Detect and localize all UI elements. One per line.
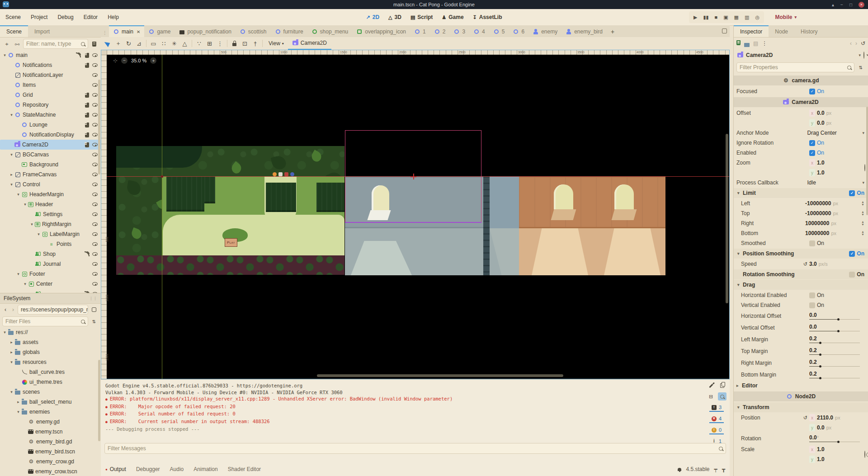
expander-icon[interactable]: ▾ (9, 390, 14, 394)
menu-help[interactable]: Help (108, 14, 119, 20)
zoom-out-button[interactable]: − (121, 57, 127, 64)
scene-node-labelmargin[interactable]: ▾ LabelMargin (0, 229, 101, 239)
resource-options-icon[interactable]: ⋮ (762, 40, 767, 47)
script-icon[interactable] (84, 132, 90, 138)
renderer-select[interactable]: Mobile ▾ (775, 9, 797, 25)
slider[interactable] (809, 354, 860, 355)
tool-group[interactable]: ⊡ (240, 38, 250, 48)
script-icon[interactable] (84, 92, 90, 98)
menu-project[interactable]: Project (31, 14, 47, 20)
expander-icon[interactable]: ▾ (15, 272, 21, 276)
scene-node-shop[interactable]: Shop (0, 249, 101, 259)
fs-entry-assets[interactable]: ▸ assets (0, 337, 101, 347)
slider[interactable] (809, 377, 860, 379)
inspector-tab-node[interactable]: Node (769, 25, 794, 37)
inspector-filter-input[interactable]: Filter Properties (736, 62, 854, 72)
visibility-eye-icon[interactable] (92, 212, 98, 216)
tool-smart-snap[interactable]: ∵ (194, 38, 204, 48)
visibility-eye-icon[interactable] (92, 282, 98, 286)
notification-bell-icon[interactable] (678, 468, 681, 471)
checkbox[interactable]: ✓ (809, 140, 815, 146)
filter-alert-badge[interactable]: ! 3 (709, 404, 724, 412)
tool-select[interactable] (103, 38, 113, 48)
revert-icon[interactable]: ↺ (803, 415, 807, 421)
scene-node-notifications[interactable]: Notifications (0, 60, 101, 70)
script-icon[interactable] (84, 102, 90, 108)
spin-stepper[interactable]: ▲▼ (861, 201, 864, 206)
scene-tree-scrollbar[interactable] (98, 80, 100, 174)
fs-entry-enemy.tscn[interactable]: enemy.tscn (0, 427, 101, 437)
expander-icon[interactable]: ▾ (22, 282, 28, 286)
fs-entry-scenes[interactable]: ▾ scenes (0, 387, 101, 397)
visibility-eye-icon[interactable] (92, 183, 98, 186)
scene-node-center[interactable]: ▾ Center (0, 279, 101, 289)
fs-entry-globals[interactable]: ▸ globals (0, 347, 101, 357)
scene-tab-6[interactable]: 6 (509, 25, 528, 37)
filter-warning-badge[interactable]: ! 0 (709, 426, 724, 434)
fs-entry-enemies[interactable]: ▾ enemies (0, 407, 101, 417)
scene-tab-scottish[interactable]: scottish (236, 25, 271, 37)
revert-icon[interactable]: ↺ (803, 261, 807, 267)
scene-dock-tab-import[interactable]: Import (28, 25, 56, 37)
stop-button[interactable]: ■ (715, 14, 718, 20)
menu-editor[interactable]: Editor (84, 14, 98, 20)
script-icon[interactable] (84, 122, 90, 128)
profiler-button[interactable]: ◎ (755, 14, 760, 20)
workspace-3d[interactable]: △3D (388, 14, 401, 20)
visibility-eye-icon[interactable] (92, 262, 98, 266)
scene-node-bgcanvas[interactable]: ▾ BGCanvas (0, 150, 101, 160)
fs-entry-enemy_bird.gd[interactable]: ⚙ enemy_bird.gd (0, 437, 101, 447)
expander-icon[interactable]: ▾ (9, 182, 14, 187)
checkbox[interactable] (809, 292, 815, 298)
property-limit[interactable]: ▾Limit✓On (734, 188, 868, 198)
bottom-tab-debugger[interactable]: Debugger (136, 466, 160, 472)
signal-icon[interactable] (84, 291, 90, 293)
checkbox[interactable] (809, 240, 815, 246)
scene-tab-popup_notification[interactable]: popup_notification (175, 25, 235, 37)
save-resource-icon[interactable]: ▤ (753, 40, 758, 47)
pause-button[interactable]: ▮▮ (703, 14, 708, 20)
context-node-camera2d[interactable]: Camera2D (288, 37, 331, 50)
new-resource-icon[interactable] (736, 40, 741, 47)
scene-dock-tab-scene[interactable]: Scene (0, 25, 28, 37)
visibility-eye-icon[interactable] (92, 153, 98, 156)
expand-panel-icon[interactable]: ┳ (722, 466, 725, 472)
section-checkbox[interactable]: ✓ (849, 251, 855, 257)
slider[interactable] (809, 441, 860, 443)
scene-tab-overlapping_icon[interactable]: overlapping_icon (352, 25, 410, 37)
expander-icon[interactable]: ▸ (9, 350, 14, 354)
visibility-eye-icon[interactable] (92, 272, 98, 276)
fs-entry-resources[interactable]: ▾ resources (0, 357, 101, 367)
play-button[interactable]: ▶ (693, 14, 697, 20)
scene-tab-shop_menu[interactable]: shop_menu (307, 25, 353, 37)
visibility-eye-icon[interactable] (92, 232, 98, 236)
visibility-eye-icon[interactable] (92, 103, 98, 107)
scene-node-camera2d[interactable]: Camera2D (0, 140, 101, 150)
expander-icon[interactable]: ▾ (9, 113, 14, 117)
script-icon[interactable] (84, 141, 90, 148)
property-rotation-smoothing[interactable]: Rotation SmoothingOn (734, 269, 868, 279)
expander-icon[interactable]: ▸ (9, 340, 14, 344)
expander-icon[interactable]: ▾ (15, 410, 21, 414)
expander-icon[interactable]: ▾ (29, 222, 35, 226)
scene-tab-1[interactable]: 1 (410, 25, 430, 37)
scene-node-journal[interactable]: Journal (0, 259, 101, 269)
close-tab-icon[interactable]: ✕ (137, 29, 140, 34)
fs-forward-button[interactable]: › (10, 305, 16, 314)
property-transform[interactable]: ▾Transform (734, 402, 868, 412)
bottom-tab-animation[interactable]: Animation (193, 466, 217, 472)
scene-canvas[interactable]: Play (107, 55, 729, 379)
visibility-eye-icon[interactable] (92, 193, 98, 196)
scene-node-notificationdisplay[interactable]: NotificationDisplay (0, 130, 101, 140)
output-filter-input[interactable]: Filter Messages (104, 443, 726, 454)
fs-scrollbar[interactable] (98, 360, 100, 441)
visibility-eye-icon[interactable] (92, 113, 98, 117)
tool-scale[interactable]: ⊿ (134, 38, 144, 48)
section-checkbox[interactable] (849, 272, 855, 278)
maximize-button[interactable]: □ (849, 2, 852, 7)
visibility-eye-icon[interactable] (92, 163, 98, 166)
script-icon[interactable] (84, 52, 90, 58)
menu-debug[interactable]: Debug (57, 14, 73, 20)
viewport[interactable]: 50010001500200025003000350040004500 5001… (101, 50, 730, 379)
tool-skeleton[interactable]: † (250, 38, 260, 48)
